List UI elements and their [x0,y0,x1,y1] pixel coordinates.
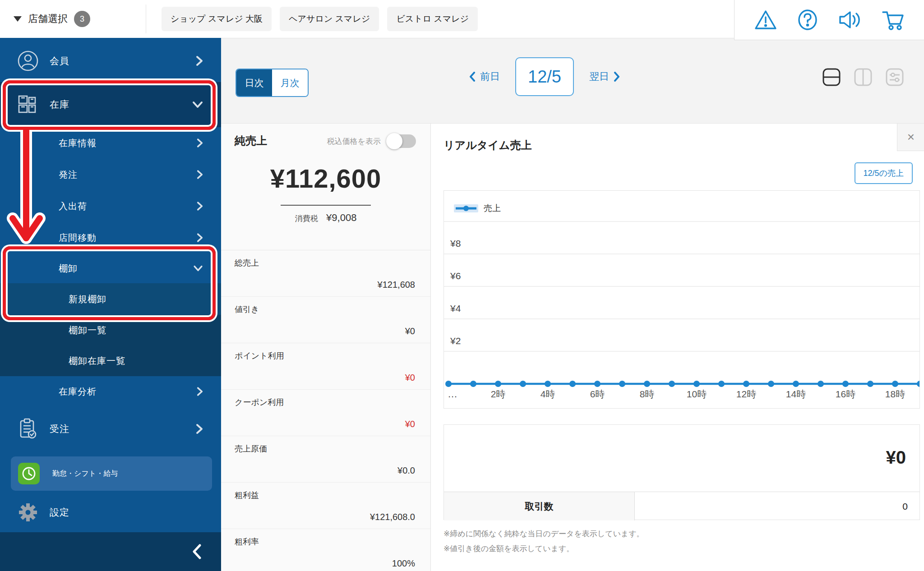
tax-value: ¥9,008 [326,212,356,223]
split-horizontal-icon[interactable] [822,68,841,87]
svg-text:4時: 4時 [541,389,555,399]
sidebar-collapse-button[interactable] [0,532,221,571]
sidebar-item-settings[interactable]: 設定 [0,493,221,532]
metric-value: ¥121,608.0 [370,512,415,522]
metric-label: 売上原価 [235,443,267,454]
footnote-2: ※値引き後の金額を表示しています。 [444,543,574,554]
sidebar-item-inventory[interactable]: 在庫 [0,82,221,127]
tab-daily[interactable]: 日次 [236,69,272,96]
chevron-right-icon [197,201,203,211]
metric-row-gross-margin: 粗利率 100% [221,529,430,571]
metric-row-gross-profit: 粗利益 ¥121,608.0 [221,483,430,529]
tab-monthly[interactable]: 月次 [272,69,308,96]
sidebar-subsubitem-label: 棚卸一覧 [69,324,106,336]
sidebar-item-inventory-analysis[interactable]: 在庫分析 [0,376,221,407]
net-sales-panel: 純売上 税込価格を表示 ¥112,600 消費税 ¥9,008 総売上 ¥121… [221,123,430,571]
sidebar-item-orders[interactable]: 受注 [0,407,221,451]
store-tab-bistro[interactable]: ビストロ スマレジ [387,7,478,31]
metric-value: 100% [392,558,415,569]
chevron-left-icon [192,544,201,559]
chevron-right-icon [197,138,203,148]
sidebar-subitem-label: 在庫分析 [59,386,97,398]
display-settings-icon[interactable] [885,68,904,87]
chart-legend[interactable]: 売上 [454,203,501,214]
metric-value: ¥0.0 [397,465,415,476]
date-sales-button[interactable]: 12/5の売上 [855,162,913,184]
top-bar: 店舗選択 3 ショップ スマレジ 大阪 ヘアサロン スマレジ ビストロ スマレジ [0,0,924,38]
store-selector-label: 店舗選択 [28,12,68,26]
close-button[interactable]: × [897,124,924,151]
orders-icon [17,418,39,440]
svg-text:¥2: ¥2 [450,336,461,346]
chevron-right-icon [614,72,620,82]
sidebar-item-stocktaking-list[interactable]: 棚卸一覧 [0,315,221,345]
metric-label: 粗利率 [235,536,259,547]
consumption-tax-line: 消費税 ¥9,008 [221,212,430,224]
svg-text:2時: 2時 [491,389,506,399]
sidebar-item-label: 会員 [50,55,69,67]
metric-row-discount: 値引き ¥0 [221,297,430,343]
sidebar-item-inventory-info[interactable]: 在庫情報 [0,127,221,159]
metric-label: 粗利益 [235,490,259,501]
attendance-icon [18,463,40,484]
prev-day-label: 前日 [480,70,500,83]
svg-text:12時: 12時 [736,389,756,399]
announcement-icon[interactable] [837,9,862,31]
dashboard-root: 店舗選択 3 ショップ スマレジ 大阪 ヘアサロン スマレジ ビストロ スマレジ [0,0,924,571]
tax-toggle-label: 税込価格を表示 [327,136,381,147]
svg-text:16時: 16時 [836,389,855,399]
sidebar-item-purchase-orders[interactable]: 発注 [0,159,221,190]
transactions-count-label: 取引数 [444,492,635,520]
settings-icon [17,502,39,523]
chevron-down-icon [192,101,203,108]
metric-label: クーポン利用 [235,397,284,408]
split-vertical-icon[interactable] [854,68,873,87]
sidebar-item-attendance-shift-payroll[interactable]: 勤怠・シフト・給与 [11,456,212,491]
svg-text:…: … [448,388,457,400]
sidebar-subitem-label: 棚卸 [59,262,78,275]
help-icon[interactable] [797,9,818,31]
svg-text:14時: 14時 [786,389,806,399]
sidebar-item-shipping-receiving[interactable]: 入出荷 [0,190,221,222]
next-day-label: 翌日 [589,70,609,83]
date-picker[interactable]: 12/5 [515,57,574,96]
chevron-right-icon [197,170,203,180]
metric-row-points-used: ポイント利用 ¥0 [221,343,430,390]
sidebar-item-store-transfer[interactable]: 店間移動 [0,222,221,253]
sidebar-item-stocktaking[interactable]: 棚卸 [0,253,221,283]
tax-included-toggle[interactable] [387,134,416,148]
cart-icon[interactable] [881,9,905,31]
store-tab-hairsalon[interactable]: ヘアサロン スマレジ [280,7,379,31]
svg-text:¥6: ¥6 [450,271,461,281]
topbar-divider [146,5,146,33]
sidebar-subitem-label: 入出荷 [59,200,87,212]
member-icon [17,50,39,72]
store-tab-shop-osaka[interactable]: ショップ スマレジ 大阪 [162,7,272,31]
svg-text:6時: 6時 [590,389,605,399]
sidebar-item-stocktaking-inventory-list[interactable]: 棚卸在庫一覧 [0,345,221,376]
legend-series-label: 売上 [484,203,501,214]
date-navigation: 前日 12/5 翌日 [469,54,620,99]
prev-day-button[interactable]: 前日 [469,70,500,83]
alert-icon[interactable] [754,9,777,31]
metric-row-cost-of-sales: 売上原価 ¥0.0 [221,436,430,483]
transactions-count-value: 0 [635,492,919,520]
sidebar-item-label: 勤怠・シフト・給与 [52,469,118,479]
toggle-knob [386,133,402,149]
store-selector[interactable]: 店舗選択 3 [14,0,90,38]
realtime-sales-title: リアルタイム売上 [444,138,531,152]
sidebar-item-new-stocktaking[interactable]: 新規棚卸 [0,283,221,315]
chevron-down-icon [193,265,203,272]
metric-label: 値引き [235,304,259,315]
chevron-right-icon [197,233,203,243]
sidebar-item-members[interactable]: 会員 [0,40,221,82]
store-count-badge: 3 [74,11,90,27]
metric-label: ポイント利用 [235,350,284,361]
sidebar-subsubitem-label: 棚卸在庫一覧 [69,355,125,367]
transactions-amount: ¥0 [886,447,906,468]
sidebar-subitem-label: 発注 [59,169,78,181]
sidebar-subsubitem-label: 新規棚卸 [69,293,106,305]
sidebar-subitem-label: 店間移動 [59,232,97,244]
legend-line-marker-icon [454,204,478,212]
next-day-button[interactable]: 翌日 [589,70,620,83]
